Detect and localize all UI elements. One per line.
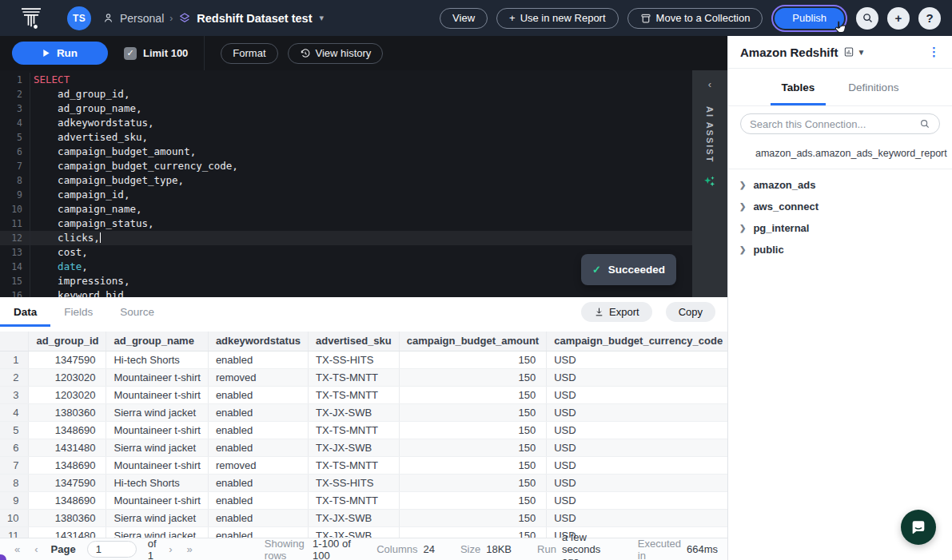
table-cell[interactable]: USD — [547, 403, 727, 421]
table-cell[interactable]: USD — [547, 474, 727, 491]
table-cell[interactable]: enabled — [208, 509, 308, 526]
table-row[interactable]: 41380360Sierra wind jacketenabledTX-JX-S… — [0, 403, 727, 421]
column-header[interactable]: advertised_sku — [309, 332, 400, 351]
pinned-table-item[interactable]: amazon_ads.amazon_ads_keyword_report — [728, 139, 952, 167]
table-cell[interactable]: TX-JX-SWB — [309, 509, 400, 526]
table-cell[interactable]: Hi-tech Shorts — [106, 474, 208, 491]
tab-fields[interactable]: Fields — [50, 297, 106, 327]
table-cell[interactable]: 150 — [399, 351, 546, 368]
connection-chevron-down-icon[interactable]: ▼ — [858, 48, 866, 57]
code-line[interactable]: 8 campaign_budget_type, — [0, 173, 692, 188]
table-cell[interactable]: enabled — [208, 526, 308, 538]
table-row[interactable]: 31203020Mountaineer t-shirtenabledTX-TS-… — [0, 386, 727, 403]
table-cell[interactable]: 150 — [399, 474, 546, 491]
table-cell[interactable]: enabled — [208, 386, 308, 403]
copy-button[interactable]: Copy — [666, 302, 715, 322]
page-title[interactable]: Redshift Dataset test — [197, 12, 312, 25]
table-cell[interactable]: TX-SS-HITS — [309, 351, 400, 368]
view-history-button[interactable]: View history — [288, 43, 384, 64]
publish-button[interactable]: Publish — [775, 8, 844, 29]
table-cell[interactable]: 1431480 — [29, 526, 106, 538]
new-item-button[interactable]: + — [887, 7, 910, 30]
table-row[interactable]: 51348690Mountaineer t-shirtenabledTX-TS-… — [0, 421, 727, 439]
column-header[interactable]: ad_group_id — [29, 332, 106, 351]
table-cell[interactable]: 150 — [399, 368, 546, 386]
tab-data[interactable]: Data — [0, 297, 50, 327]
last-page-icon[interactable]: » — [182, 543, 197, 555]
tab-tables[interactable]: Tables — [771, 69, 827, 105]
table-cell[interactable]: 1380360 — [29, 509, 106, 526]
table-cell[interactable]: USD — [547, 421, 727, 439]
export-button[interactable]: Export — [581, 302, 652, 322]
schema-item-pg_internal[interactable]: ❯pg_internal — [728, 217, 952, 239]
table-row[interactable]: 21203020Mountaineer t-shirtremovedTX-TS-… — [0, 368, 727, 386]
schema-item-aws_connect[interactable]: ❯aws_connect — [728, 196, 952, 217]
table-cell[interactable]: Sierra wind jacket — [106, 403, 208, 421]
table-cell[interactable]: 1431480 — [29, 439, 106, 456]
help-button[interactable]: ? — [918, 7, 941, 30]
table-cell[interactable]: Hi-tech Shorts — [106, 351, 208, 368]
code-line[interactable]: 12 clicks, — [0, 231, 692, 245]
sparkles-icon[interactable] — [703, 174, 717, 189]
code-line[interactable]: 6 campaign_budget_amount, — [0, 145, 692, 159]
table-cell[interactable]: Mountaineer t-shirt — [106, 421, 208, 439]
table-cell[interactable]: 150 — [399, 526, 546, 538]
table-cell[interactable]: TX-TS-MNTT — [309, 368, 400, 386]
code-line[interactable]: 10 campaign_name, — [0, 202, 692, 216]
code-line[interactable]: 4 adkeywordstatus, — [0, 116, 692, 130]
table-row[interactable]: 11347590Hi-tech ShortsenabledTX-SS-HITS1… — [0, 351, 727, 368]
column-header[interactable]: campaign_budget_currency_code — [547, 332, 727, 351]
table-cell[interactable]: enabled — [208, 491, 308, 509]
table-cell[interactable]: TX-JX-SWB — [309, 439, 400, 456]
code-line[interactable]: 1SELECT — [0, 73, 692, 87]
ai-assist-label[interactable]: AI ASSIST — [705, 106, 715, 163]
table-row[interactable]: 111431480Sierra wind jacketenabledTX-JX-… — [0, 526, 727, 538]
table-cell[interactable]: 1348690 — [29, 456, 106, 474]
code-line[interactable]: 9 campaign_id, — [0, 188, 692, 202]
table-cell[interactable]: 150 — [399, 456, 546, 474]
table-cell[interactable]: TX-TS-MNTT — [309, 386, 400, 403]
table-cell[interactable]: enabled — [208, 439, 308, 456]
table-cell[interactable]: Sierra wind jacket — [106, 509, 208, 526]
table-cell[interactable]: TX-TS-MNTT — [309, 456, 400, 474]
table-cell[interactable]: Mountaineer t-shirt — [106, 456, 208, 474]
user-avatar[interactable]: TS — [67, 6, 91, 30]
move-to-collection-button[interactable]: Move to a Collection — [627, 8, 763, 29]
table-cell[interactable]: Mountaineer t-shirt — [106, 386, 208, 403]
connection-search-input[interactable] — [750, 118, 913, 130]
table-row[interactable]: 91348690Mountaineer t-shirtenabledTX-TS-… — [0, 491, 727, 509]
code-line[interactable]: 16 keyword_bid, — [0, 288, 692, 297]
view-button[interactable]: View — [440, 8, 488, 29]
column-header[interactable]: adkeywordstatus — [208, 332, 308, 351]
code-line[interactable]: 5 advertised_sku, — [0, 130, 692, 145]
table-row[interactable]: 61431480Sierra wind jacketenabledTX-JX-S… — [0, 439, 727, 456]
breadcrumb-workspace[interactable]: Personal — [120, 12, 164, 25]
limit-checkbox[interactable]: ✓ — [124, 47, 137, 60]
table-cell[interactable]: 150 — [399, 491, 546, 509]
tab-source[interactable]: Source — [106, 297, 168, 327]
code-line[interactable]: 7 campaign_budget_currency_code, — [0, 159, 692, 173]
format-button[interactable]: Format — [221, 43, 277, 64]
table-cell[interactable]: 1347590 — [29, 351, 106, 368]
table-cell[interactable]: Mountaineer t-shirt — [106, 368, 208, 386]
column-header[interactable]: campaign_budget_amount — [399, 332, 546, 351]
table-row[interactable]: 81347590Hi-tech ShortsenabledTX-SS-HITS1… — [0, 474, 727, 491]
table-cell[interactable]: 150 — [399, 509, 546, 526]
next-page-icon[interactable]: › — [164, 543, 177, 555]
table-cell[interactable]: TX-TS-MNTT — [309, 421, 400, 439]
table-cell[interactable]: 150 — [399, 403, 546, 421]
table-cell[interactable]: USD — [547, 386, 727, 403]
table-cell[interactable]: Mountaineer t-shirt — [106, 491, 208, 509]
title-chevron-down-icon[interactable]: ▾ — [320, 13, 325, 23]
table-cell[interactable]: enabled — [208, 351, 308, 368]
table-cell[interactable]: 1380360 — [29, 403, 106, 421]
connection-menu-icon[interactable]: ⋮ — [928, 50, 940, 55]
run-button[interactable]: Run — [12, 42, 108, 65]
prev-page-icon[interactable]: ‹ — [30, 543, 42, 555]
table-cell[interactable]: USD — [547, 368, 727, 386]
table-cell[interactable]: enabled — [208, 474, 308, 491]
page-input[interactable] — [87, 541, 137, 558]
table-cell[interactable]: 150 — [399, 439, 546, 456]
table-cell[interactable]: enabled — [208, 421, 308, 439]
table-cell[interactable]: Sierra wind jacket — [106, 526, 208, 538]
